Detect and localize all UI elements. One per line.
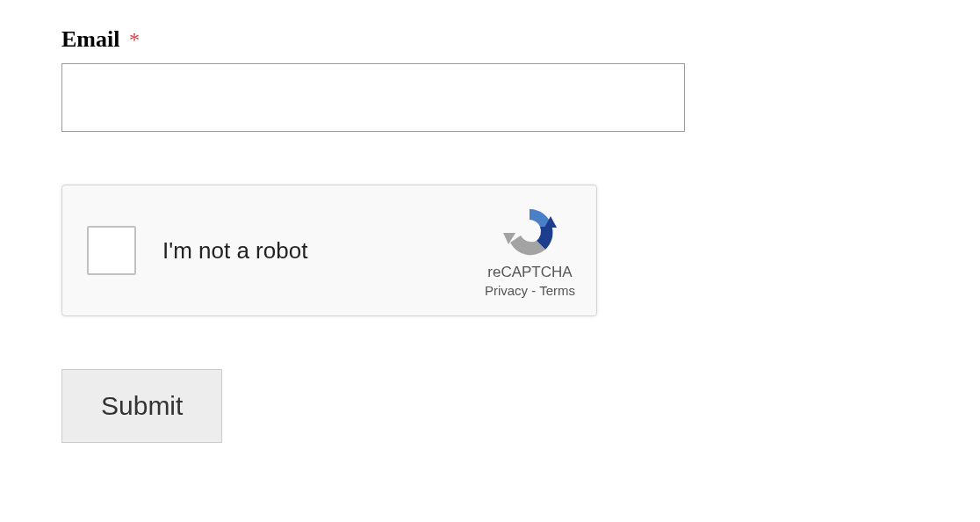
recaptcha-brand-text: reCAPTCHA bbox=[487, 264, 572, 281]
email-label: Email * bbox=[61, 26, 140, 53]
recaptcha-privacy-link[interactable]: Privacy bbox=[485, 283, 528, 298]
email-field-group: Email * bbox=[61, 26, 919, 132]
recaptcha-separator: - bbox=[528, 283, 539, 298]
recaptcha-terms-link[interactable]: Terms bbox=[539, 283, 575, 298]
recaptcha-links: Privacy - Terms bbox=[485, 283, 575, 298]
recaptcha-branding: reCAPTCHA Privacy - Terms bbox=[485, 204, 575, 298]
email-field[interactable] bbox=[61, 63, 685, 132]
submit-button[interactable]: Submit bbox=[61, 369, 222, 443]
recaptcha-icon bbox=[501, 204, 558, 260]
recaptcha-label: I'm not a robot bbox=[162, 237, 485, 265]
email-label-text: Email bbox=[61, 26, 119, 52]
recaptcha-checkbox[interactable] bbox=[87, 226, 136, 275]
required-asterisk: * bbox=[129, 28, 140, 51]
recaptcha-widget: I'm not a robot reCAPTCHA Privacy - Term… bbox=[61, 185, 597, 316]
